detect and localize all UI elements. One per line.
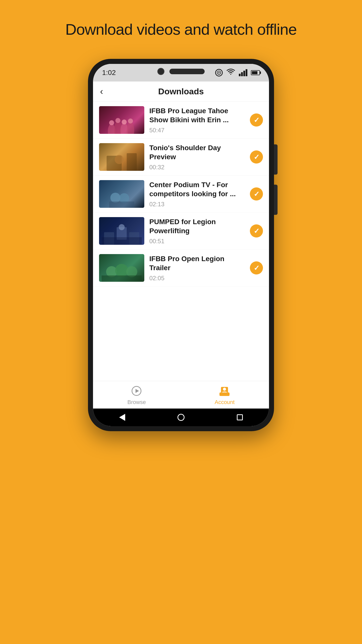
camera	[157, 68, 164, 75]
video-title: PUMPED for Legion Powerlifting	[149, 217, 245, 236]
nav-item-browse[interactable]: Browse	[127, 384, 146, 406]
android-recents-button[interactable]	[237, 414, 243, 420]
video-thumbnail	[99, 143, 144, 171]
svg-rect-19	[102, 237, 142, 245]
account-icon	[218, 384, 231, 397]
page-headline: Download videos and watch offline	[45, 20, 317, 39]
check-icon: ✓	[254, 190, 259, 198]
video-duration: 50:47	[149, 127, 245, 134]
back-button[interactable]: ‹	[100, 86, 103, 97]
svg-rect-11	[127, 153, 137, 171]
nav-label-browse: Browse	[127, 399, 146, 406]
download-check: ✓	[250, 261, 263, 274]
video-info: IFBB Pro League Tahoe Show Bikini with E…	[149, 106, 245, 134]
thumb-figures	[99, 106, 144, 134]
video-title: IFBB Pro League Tahoe Show Bikini with E…	[149, 106, 245, 125]
video-info: Center Podium TV - For competitors looki…	[149, 180, 245, 208]
thumb-figures	[99, 180, 144, 208]
nav-label-account: Account	[215, 399, 235, 406]
list-item[interactable]: Tonio's Shoulder Day Preview 00:32 ✓	[93, 139, 269, 176]
phone-screen: 1:02	[93, 64, 269, 426]
video-title: Center Podium TV - For competitors looki…	[149, 180, 245, 199]
phone-frame: 1:02	[88, 59, 274, 431]
video-info: Tonio's Shoulder Day Preview 00:32	[149, 143, 245, 171]
back-triangle-icon	[119, 414, 125, 421]
check-icon: ✓	[254, 116, 259, 124]
download-check: ✓	[250, 187, 263, 200]
svg-point-12	[110, 193, 120, 203]
svg-point-8	[128, 118, 133, 124]
svg-point-16	[119, 224, 125, 230]
list-item[interactable]: Center Podium TV - For competitors looki…	[93, 176, 269, 213]
phone-top-bar	[157, 68, 205, 75]
thumb-figures	[99, 143, 144, 171]
recents-square-icon	[237, 414, 243, 420]
check-icon: ✓	[254, 264, 259, 272]
app-header: ‹ Downloads	[93, 82, 269, 102]
svg-point-4	[127, 122, 134, 134]
download-check: ✓	[250, 113, 263, 127]
video-info: IFBB Pro Open Legion Trailer 02:05	[149, 254, 245, 282]
video-thumbnail	[99, 106, 144, 134]
svg-rect-14	[109, 202, 134, 208]
signal-icon	[239, 69, 247, 76]
speaker	[169, 69, 205, 74]
nav-item-account[interactable]: Account	[215, 384, 235, 406]
android-back-button[interactable]	[119, 414, 125, 421]
wifi-icon	[226, 69, 235, 77]
list-item[interactable]: IFBB Pro League Tahoe Show Bikini with E…	[93, 102, 269, 139]
download-check: ✓	[250, 224, 263, 237]
download-check: ✓	[250, 150, 263, 164]
svg-point-5	[109, 120, 114, 125]
video-duration: 02:05	[149, 275, 245, 282]
svg-point-6	[115, 118, 120, 123]
svg-point-27	[223, 388, 226, 391]
thumb-figures	[99, 254, 144, 282]
video-thumbnail	[99, 217, 144, 245]
android-nav	[93, 409, 269, 426]
video-duration: 02:13	[149, 201, 245, 208]
media-notification-icon	[215, 69, 223, 76]
svg-point-10	[115, 155, 124, 164]
video-title: Tonio's Shoulder Day Preview	[149, 143, 245, 162]
android-home-button[interactable]	[177, 414, 185, 421]
video-thumbnail	[99, 180, 144, 208]
video-duration: 00:51	[149, 238, 245, 245]
battery-icon	[251, 70, 260, 75]
list-item[interactable]: IFBB Pro Open Legion Trailer 02:05 ✓	[93, 250, 269, 287]
svg-point-7	[122, 119, 127, 125]
thumb-figures	[99, 217, 144, 245]
video-info: PUMPED for Legion Powerlifting 00:51	[149, 217, 245, 245]
video-thumbnail	[99, 254, 144, 282]
header-title: Downloads	[158, 87, 204, 96]
svg-rect-28	[219, 392, 230, 396]
bottom-nav: Browse Account	[93, 381, 269, 409]
status-icons	[215, 69, 260, 77]
phone-outer: 1:02	[88, 59, 274, 431]
video-duration: 00:32	[149, 164, 245, 171]
svg-rect-23	[102, 275, 142, 282]
home-circle-icon	[177, 414, 185, 421]
list-item[interactable]: PUMPED for Legion Powerlifting 00:51 ✓	[93, 213, 269, 250]
check-icon: ✓	[254, 227, 259, 235]
browse-icon	[130, 384, 143, 397]
svg-point-21	[115, 264, 128, 277]
svg-marker-25	[135, 389, 139, 393]
video-list: IFBB Pro League Tahoe Show Bikini with E…	[93, 102, 269, 381]
status-time: 1:02	[102, 69, 116, 77]
check-icon: ✓	[254, 153, 259, 161]
video-title: IFBB Pro Open Legion Trailer	[149, 254, 245, 273]
